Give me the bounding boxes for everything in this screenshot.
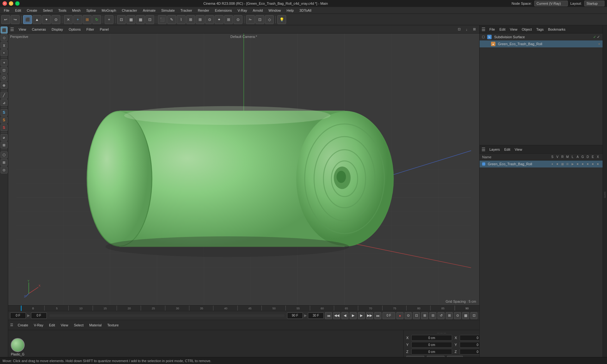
viewport-menu-panel[interactable]: Panel bbox=[97, 27, 111, 32]
menu-vray[interactable]: V-Ray bbox=[235, 8, 250, 13]
object-mode-btn[interactable]: ⬛ bbox=[1, 27, 8, 33]
prev-frame-btn[interactable]: ◀ bbox=[341, 312, 348, 319]
menu-arnold[interactable]: Arnold bbox=[250, 8, 266, 13]
grid-btn[interactable]: ⊞ bbox=[1, 142, 8, 149]
menu-tools[interactable]: Tools bbox=[56, 8, 69, 13]
mat-hamburger[interactable]: ☰ bbox=[10, 323, 13, 327]
mat-menu-edit[interactable]: Edit bbox=[46, 323, 58, 328]
light-icon-btn[interactable]: 💡 bbox=[277, 15, 286, 24]
deformer-btn[interactable]: ⊞ bbox=[186, 15, 195, 24]
timeline-scrubber[interactable] bbox=[49, 314, 285, 317]
object-row-subdiv[interactable]: N Subdivision Surface ✓ ✓ bbox=[480, 33, 603, 40]
layer-ind-play[interactable]: ▶ bbox=[570, 162, 575, 166]
rect-sel-btn[interactable]: ⊡ bbox=[1, 67, 8, 74]
fps-input[interactable] bbox=[308, 312, 324, 319]
render-btn[interactable]: ▦ bbox=[136, 15, 145, 24]
viewport-hamburger[interactable]: ☰ bbox=[10, 27, 14, 32]
layer-ind-sq5[interactable]: ■ bbox=[580, 162, 585, 166]
light-btn[interactable]: ✦ bbox=[215, 15, 224, 24]
redo-btn[interactable]: ↪ bbox=[11, 15, 20, 24]
om-menu-view[interactable]: View bbox=[508, 27, 519, 32]
menu-create[interactable]: Create bbox=[24, 8, 40, 13]
undo-btn[interactable]: ↩ bbox=[1, 15, 10, 24]
edge-mode-btn[interactable]: ⧖ bbox=[1, 42, 8, 49]
render-view-btn[interactable]: ▦ bbox=[126, 15, 135, 24]
menu-help[interactable]: Help bbox=[284, 8, 296, 13]
object-row-mesh[interactable]: ▲ Green_Eco_Trash_Bag_Roll ■ bbox=[480, 40, 603, 47]
record-btn[interactable]: ● bbox=[396, 312, 403, 319]
subdiv-expand-icon[interactable] bbox=[482, 36, 485, 38]
skip-to-start-btn[interactable]: ⏮ bbox=[325, 312, 332, 319]
om-hamburger-icon[interactable]: ☰ bbox=[481, 27, 486, 32]
menu-mesh[interactable]: Mesh bbox=[70, 8, 83, 13]
brush-btn[interactable]: ◇ bbox=[265, 15, 274, 24]
brush2-btn[interactable]: ⌀ bbox=[1, 134, 8, 141]
poly-sel-btn[interactable]: ⬡ bbox=[1, 74, 8, 81]
layout-select[interactable]: Startup bbox=[584, 1, 604, 6]
menu-character[interactable]: Character bbox=[119, 8, 139, 13]
lasso-sel-btn[interactable]: ⌖ bbox=[1, 59, 8, 66]
om-menu-tags[interactable]: Tags bbox=[534, 27, 545, 32]
menu-mograph[interactable]: MoGraph bbox=[99, 8, 119, 13]
pose-mode-btn[interactable]: ⊙ bbox=[52, 15, 60, 24]
pos-y-input[interactable] bbox=[411, 342, 452, 348]
texture-mode-btn[interactable]: ▲ bbox=[33, 15, 41, 24]
viewport-menu-display[interactable]: Display bbox=[49, 27, 65, 32]
minimize-button[interactable]: ─ bbox=[9, 1, 13, 6]
menu-select[interactable]: Select bbox=[40, 8, 55, 13]
layer-row-main[interactable]: Green_Eco_Trash_Bag_Roll ● ■ ▦ ⊞ ▶ ■ ■ ■… bbox=[480, 161, 603, 167]
next-frame-btn[interactable]: ▶ bbox=[358, 312, 365, 319]
mesh-btn[interactable]: ⊞ bbox=[1, 159, 8, 166]
motion-btn[interactable]: ⊙ bbox=[405, 312, 412, 319]
nurbs-btn[interactable]: ⌇ bbox=[177, 15, 186, 24]
material-thumbnail[interactable] bbox=[11, 338, 25, 352]
fps-display-btn[interactable]: ⊙ bbox=[454, 312, 461, 319]
om-menu-file[interactable]: File bbox=[487, 27, 497, 32]
prev-keyframe-btn[interactable]: ◀◀ bbox=[333, 312, 340, 319]
effector-btn[interactable]: ⊞ bbox=[196, 15, 205, 24]
spline-btn[interactable]: ✎ bbox=[167, 15, 176, 24]
scale-tool-btn[interactable]: ⊞ bbox=[83, 15, 92, 24]
menu-spline[interactable]: Spline bbox=[84, 8, 99, 13]
menu-3dtoall[interactable]: 3DToAll bbox=[297, 8, 314, 13]
select-tool-btn[interactable]: ✕ bbox=[64, 15, 73, 24]
skip-to-end-btn[interactable]: ⏭ bbox=[374, 312, 381, 319]
s-icon-btn[interactable]: S bbox=[1, 109, 8, 116]
viewport[interactable]: Perspective Default Camera:* bbox=[8, 33, 479, 305]
pos-z-input[interactable] bbox=[411, 349, 452, 355]
viewport-menu-options[interactable]: Options bbox=[66, 27, 83, 32]
layers-menu-view[interactable]: View bbox=[513, 147, 524, 152]
paint-mode-btn[interactable]: ✦ bbox=[42, 15, 51, 24]
render-region-btn[interactable]: ⊡ bbox=[117, 15, 126, 24]
layer-ind-sq8[interactable]: ■ bbox=[596, 162, 600, 166]
layer-ind-sq2[interactable]: ▦ bbox=[560, 162, 565, 166]
next-keyframe-btn[interactable]: ▶▶ bbox=[366, 312, 373, 319]
mat-menu-vray[interactable]: V-Ray bbox=[31, 323, 46, 328]
start-time-input[interactable] bbox=[31, 312, 47, 319]
s2-icon-btn[interactable]: S bbox=[1, 117, 8, 124]
knife-btn[interactable]: ✁ bbox=[246, 15, 255, 24]
om-menu-edit[interactable]: Edit bbox=[498, 27, 507, 32]
menu-edit[interactable]: Edit bbox=[13, 8, 24, 13]
viewport-menu-cameras[interactable]: Cameras bbox=[29, 27, 49, 32]
menu-file[interactable]: File bbox=[1, 8, 12, 13]
point-mode-btn[interactable]: • bbox=[1, 49, 8, 56]
current-time-input[interactable] bbox=[10, 312, 26, 319]
layer-ind-circle[interactable]: ● bbox=[550, 162, 555, 166]
pos-x-input[interactable] bbox=[411, 335, 452, 341]
material-btn[interactable]: ⊙ bbox=[234, 15, 242, 24]
viewport-icon2[interactable]: ↓ bbox=[463, 26, 470, 33]
viewport-icon3[interactable]: ⊞ bbox=[471, 26, 477, 33]
menu-extensions[interactable]: Extensions bbox=[212, 8, 235, 13]
sync-btn[interactable]: ⊞ bbox=[446, 312, 453, 319]
window-controls[interactable]: ✕ ─ □ bbox=[3, 1, 20, 6]
preview-btn[interactable]: ▦ bbox=[462, 312, 469, 319]
mat-menu-create[interactable]: Create bbox=[15, 323, 31, 328]
s3-icon-btn[interactable]: S bbox=[1, 124, 8, 131]
layers-menu-layers[interactable]: Layers bbox=[487, 147, 502, 152]
menu-animate[interactable]: Animate bbox=[140, 8, 158, 13]
viewport-menu-view[interactable]: View bbox=[16, 27, 29, 32]
camera-btn[interactable]: ⊙ bbox=[205, 15, 214, 24]
menu-render[interactable]: Render bbox=[195, 8, 212, 13]
timeline-ruler[interactable]: 0 5 10 15 20 25 30 35 40 45 50 55 60 65 … bbox=[8, 305, 479, 311]
